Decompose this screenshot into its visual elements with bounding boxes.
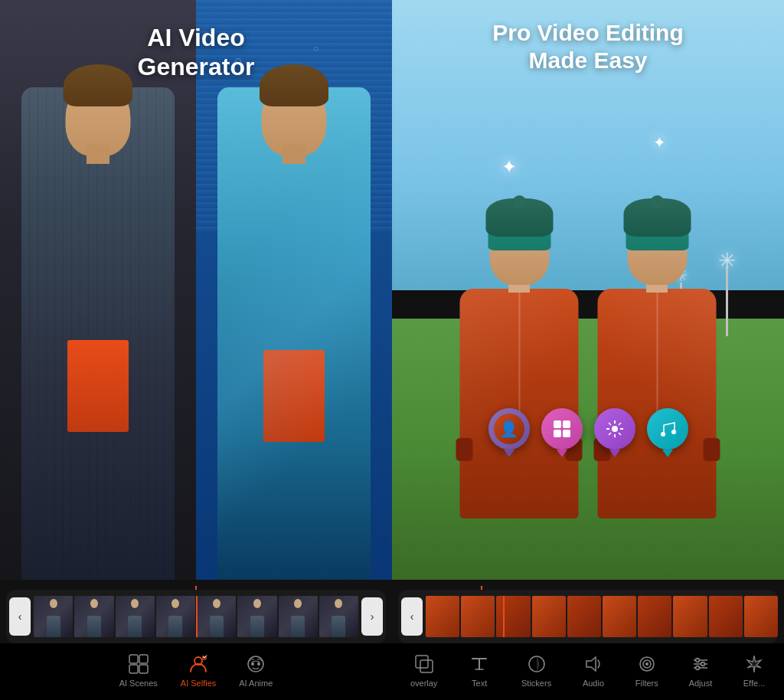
timeline-frame[interactable]	[279, 596, 318, 637]
svg-rect-24	[416, 656, 428, 668]
left-half-blue	[196, 0, 392, 580]
timeline-frame[interactable]	[34, 596, 73, 637]
svg-point-30	[645, 662, 648, 666]
svg-rect-25	[420, 660, 433, 672]
ai-scenes-icon	[127, 653, 150, 675]
right-timeline-frame[interactable]	[603, 596, 636, 637]
ai-anime-tool[interactable]: AI Anime	[239, 653, 273, 688]
right-image-area: ✳ ✳ ✦ ✦	[392, 0, 784, 580]
effects-tool[interactable]: Effe...	[743, 653, 766, 688]
stickers-icon	[525, 653, 548, 675]
left-toolbar: AI Scenes AI Selfies	[0, 643, 392, 700]
timeline-frame[interactable]	[237, 596, 276, 637]
text-icon	[468, 653, 491, 675]
svg-line-19	[619, 433, 621, 435]
left-panel: AI Video Generator ‹	[0, 0, 392, 700]
photo-badge-container[interactable]: 👤	[488, 408, 530, 457]
right-timeline-frame[interactable]	[496, 596, 530, 637]
person-right	[590, 212, 724, 518]
left-timeline-playhead	[196, 596, 198, 637]
adjust-label: Adjust	[689, 679, 713, 688]
left-timeline: ‹	[6, 590, 386, 643]
right-title: Pro Video EditingMade Easy	[392, 19, 784, 74]
left-title: AI Video Generator	[0, 23, 392, 82]
music-badge-container[interactable]	[647, 408, 688, 457]
right-timeline-frame[interactable]	[638, 596, 671, 637]
right-people	[392, 212, 784, 518]
svg-line-21	[609, 433, 611, 435]
svg-rect-9	[554, 420, 561, 428]
right-timeline-frame[interactable]	[709, 596, 743, 637]
right-timeline-frame[interactable]	[461, 596, 495, 637]
ai-selfies-tool[interactable]: AI Selfies	[181, 653, 216, 688]
ai-selfies-icon	[187, 653, 210, 675]
left-timeline-track	[34, 596, 358, 637]
overlay-icon	[413, 653, 436, 675]
filters-tool[interactable]: Filters	[635, 653, 658, 688]
right-bottom-area: ‹	[392, 580, 784, 700]
right-timeline-frame[interactable]	[744, 596, 778, 637]
stickers-label: Stickers	[521, 679, 551, 688]
timeline-frame[interactable]	[156, 596, 195, 637]
svg-rect-10	[563, 420, 570, 428]
effects-icon	[743, 653, 766, 675]
overlay-tool[interactable]: overlay	[410, 653, 437, 688]
adjust-icon	[689, 653, 712, 675]
filters-label: Filters	[635, 679, 658, 688]
ai-anime-label: AI Anime	[239, 679, 273, 688]
svg-rect-1	[139, 655, 148, 663]
music-badge[interactable]	[647, 408, 688, 450]
effect-badge[interactable]	[594, 408, 635, 450]
effect-badge-container[interactable]	[594, 408, 635, 457]
left-half-dark	[0, 0, 196, 580]
right-timeline-frame[interactable]	[426, 596, 459, 637]
left-timeline-arrow-right[interactable]: ›	[361, 597, 383, 636]
ai-selfies-label: AI Selfies	[181, 679, 216, 688]
right-timeline: ‹	[398, 590, 778, 643]
right-toolbar: overlay Text Stickers	[392, 643, 784, 700]
svg-rect-2	[129, 665, 138, 673]
text-tool[interactable]: Text	[468, 653, 491, 688]
timeline-frame[interactable]	[197, 596, 236, 637]
right-timeline-arrow-left[interactable]: ‹	[401, 597, 423, 636]
right-timeline-frame[interactable]	[532, 596, 566, 637]
left-image-area: AI Video Generator	[0, 0, 392, 580]
svg-line-18	[609, 423, 611, 425]
ai-anime-icon	[244, 653, 267, 675]
right-timeline-frame[interactable]	[567, 596, 601, 637]
ai-scenes-label: AI Scenes	[119, 679, 158, 688]
right-timeline-frame[interactable]	[673, 596, 707, 637]
right-panel: ✳ ✳ ✦ ✦	[392, 0, 784, 700]
photo-badge[interactable]: 👤	[488, 408, 530, 450]
adjust-tool[interactable]: Adjust	[689, 653, 713, 688]
svg-rect-12	[563, 430, 570, 437]
effects-label: Effe...	[743, 679, 766, 688]
timeline-frame[interactable]	[74, 596, 113, 637]
text-label: Text	[472, 679, 487, 688]
overlay-label: overlay	[410, 679, 437, 688]
svg-point-13	[612, 426, 618, 432]
right-timeline-playhead	[503, 596, 505, 637]
svg-point-36	[695, 666, 699, 670]
svg-point-35	[701, 662, 704, 666]
audio-tool[interactable]: Audio	[582, 653, 605, 688]
layout-badge[interactable]	[541, 408, 583, 450]
left-timeline-arrow-left[interactable]: ‹	[9, 597, 31, 636]
svg-point-7	[251, 662, 254, 666]
stickers-tool[interactable]: Stickers	[521, 653, 551, 688]
layout-badge-container[interactable]	[541, 408, 583, 457]
svg-rect-11	[554, 430, 561, 437]
filters-icon	[635, 653, 658, 675]
svg-rect-0	[129, 655, 138, 663]
ai-scenes-tool[interactable]: AI Scenes	[119, 653, 158, 688]
audio-icon	[582, 653, 605, 675]
left-bottom-area: ‹	[0, 580, 392, 700]
right-timeline-track	[426, 596, 778, 637]
svg-point-23	[671, 430, 676, 434]
sparkle-left: ✦	[501, 156, 517, 178]
audio-label: Audio	[583, 679, 604, 688]
timeline-frame[interactable]	[319, 596, 358, 637]
sparkle-right: ✦	[653, 133, 666, 152]
svg-marker-27	[586, 657, 596, 671]
timeline-frame[interactable]	[116, 596, 155, 637]
